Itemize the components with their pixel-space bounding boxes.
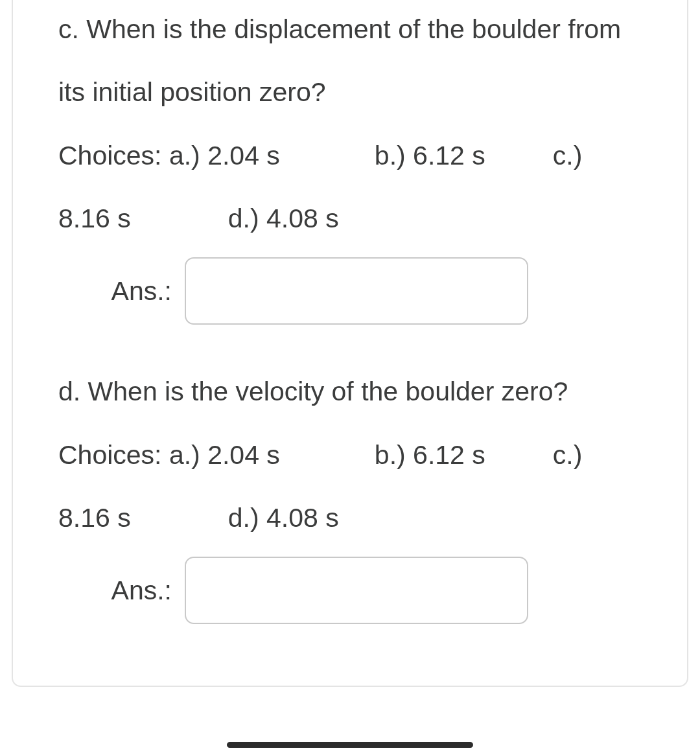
choices-row-1: Choices: a.) 2.04 s b.) 6.12 s c.) [58, 138, 642, 174]
spacer [280, 437, 375, 473]
choice-c-label: c.) [553, 138, 583, 174]
question-card: c. When is the displacement of the bould… [12, 0, 688, 687]
choice-c-label: c.) [553, 437, 583, 473]
question-prompt-line: c. When is the displacement of the bould… [58, 12, 642, 47]
spacer [485, 437, 553, 473]
answer-row: Ans.: [58, 557, 642, 624]
choice-d: d.) 4.08 s [228, 201, 339, 237]
question-block-c: c. When is the displacement of the bould… [58, 0, 642, 325]
horizontal-scrollbar[interactable] [0, 737, 700, 753]
answer-row: Ans.: [58, 257, 642, 325]
answer-label: Ans.: [58, 573, 185, 608]
choice-b: b.) 6.12 s [375, 437, 485, 473]
spacer [280, 138, 375, 174]
answer-input-d[interactable] [185, 557, 528, 624]
question-prompt: c. When is the displacement of the bould… [58, 0, 642, 111]
choice-a: Choices: a.) 2.04 s [58, 437, 280, 473]
spacer [485, 138, 553, 174]
choices-row-2: 8.16 s d.) 4.08 s [58, 500, 642, 536]
scrollbar-thumb[interactable] [227, 742, 473, 748]
spacer [131, 500, 228, 536]
question-block-d: d. When is the velocity of the boulder z… [58, 362, 642, 624]
question-prompt-line: its initial position zero? [58, 75, 642, 110]
question-prompt-line: d. When is the velocity of the boulder z… [58, 374, 642, 410]
choice-a: Choices: a.) 2.04 s [58, 138, 280, 174]
answer-label: Ans.: [58, 273, 185, 309]
choices-row-1: Choices: a.) 2.04 s b.) 6.12 s c.) [58, 437, 642, 473]
spacer [131, 201, 228, 237]
choice-d: d.) 4.08 s [228, 500, 339, 536]
choice-c-value: 8.16 s [58, 201, 131, 237]
choice-c-value: 8.16 s [58, 500, 131, 536]
question-prompt: d. When is the velocity of the boulder z… [58, 362, 642, 410]
answer-input-c[interactable] [185, 257, 528, 325]
choice-b: b.) 6.12 s [375, 138, 485, 174]
choices-row-2: 8.16 s d.) 4.08 s [58, 201, 642, 237]
